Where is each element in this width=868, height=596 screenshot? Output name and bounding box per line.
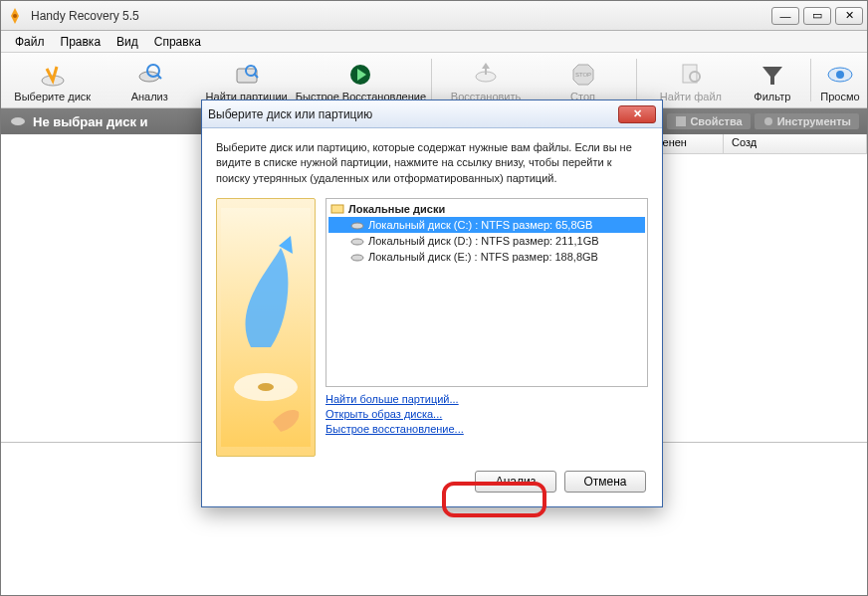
select-disk-dialog: Выберите диск или партицию ✕ Выберите ди… bbox=[201, 99, 663, 507]
svg-point-0 bbox=[13, 14, 17, 18]
disk-status-icon bbox=[9, 112, 27, 130]
toolbar-analyze[interactable]: Анализ bbox=[102, 55, 196, 105]
toolbar-label: Анализ bbox=[131, 91, 168, 102]
svg-point-18 bbox=[836, 71, 844, 79]
menu-help[interactable]: Справка bbox=[146, 33, 209, 51]
restore-icon bbox=[470, 59, 502, 91]
toolbar-find-partitions[interactable]: Найти партиции bbox=[199, 55, 294, 105]
dialog-titlebar: Выберите диск или партицию ✕ bbox=[202, 100, 662, 128]
stop-icon: STOP bbox=[567, 59, 599, 91]
menu-file[interactable]: Файл bbox=[7, 33, 53, 51]
menu-edit[interactable]: Правка bbox=[53, 33, 109, 51]
preview-icon bbox=[824, 59, 856, 91]
link-open-disk-image[interactable]: Открыть образ диска... bbox=[326, 408, 648, 420]
tree-item-label: Локальный диск (D:) : NTFS размер: 211,1… bbox=[368, 235, 599, 247]
dialog-title: Выберите диск или партицию bbox=[208, 107, 618, 121]
hand-disk-icon bbox=[37, 59, 69, 91]
tree-item-c[interactable]: Локальный диск (C:) : NTFS размер: 65,8G… bbox=[328, 217, 645, 233]
menubar: Файл Правка Вид Справка bbox=[1, 31, 867, 53]
toolbar-label: Выберите диск bbox=[14, 91, 91, 102]
disk-tree[interactable]: Локальные диски Локальный диск (C:) : NT… bbox=[326, 198, 648, 387]
find-file-icon bbox=[675, 59, 707, 91]
toolbar-label: Найти файл bbox=[660, 91, 722, 102]
dialog-buttons: Анализ Отмена bbox=[216, 471, 648, 495]
tree-root-label: Локальные диски bbox=[348, 203, 445, 215]
svg-point-24 bbox=[258, 383, 274, 391]
app-title: Handy Recovery 5.5 bbox=[31, 9, 771, 23]
toolbar-divider bbox=[431, 59, 432, 101]
find-partitions-icon bbox=[231, 59, 263, 91]
tree-root[interactable]: Локальные диски bbox=[328, 201, 645, 217]
wizard-image bbox=[216, 198, 316, 457]
svg-rect-20 bbox=[676, 116, 686, 126]
tree-item-label: Локальный диск (E:) : NTFS размер: 188,8… bbox=[368, 251, 598, 263]
maximize-button[interactable]: ▭ bbox=[803, 7, 831, 25]
toolbar-fast-restore[interactable]: Быстрое Восстановление bbox=[296, 55, 425, 105]
cancel-button[interactable]: Отмена bbox=[564, 471, 646, 493]
fast-restore-icon bbox=[344, 59, 376, 91]
svg-point-28 bbox=[351, 239, 363, 245]
link-fast-restore[interactable]: Быстрое восстановление... bbox=[326, 423, 648, 435]
svg-point-29 bbox=[351, 255, 363, 261]
col-created[interactable]: Созд bbox=[724, 134, 867, 153]
close-button[interactable]: ✕ bbox=[835, 7, 863, 25]
properties-button[interactable]: Свойства bbox=[667, 113, 750, 129]
tree-item-label: Локальный диск (C:) : NTFS размер: 65,8G… bbox=[368, 219, 592, 231]
svg-text:STOP: STOP bbox=[574, 72, 590, 78]
dialog-links: Найти больше партиций... Открыть образ д… bbox=[326, 393, 648, 435]
analyze-icon bbox=[133, 59, 165, 91]
app-icon bbox=[5, 6, 25, 26]
analyze-button[interactable]: Анализ bbox=[475, 471, 556, 493]
toolbar-label: Просмо bbox=[820, 91, 859, 102]
svg-rect-26 bbox=[331, 205, 343, 213]
toolbar-stop: STOP Стоп bbox=[536, 55, 630, 105]
toolbar-find-file: Найти файл bbox=[643, 55, 738, 105]
menu-view[interactable]: Вид bbox=[108, 33, 146, 51]
dialog-close-button[interactable]: ✕ bbox=[618, 105, 656, 123]
svg-marker-11 bbox=[482, 63, 490, 69]
dialog-instruction: Выберите диск или партицию, которые соде… bbox=[216, 140, 648, 186]
svg-marker-16 bbox=[762, 67, 782, 85]
filter-icon bbox=[757, 59, 788, 91]
svg-point-19 bbox=[11, 117, 25, 125]
status-text: Не выбран диск и bbox=[33, 114, 148, 129]
toolbar-restore: Восстановить bbox=[438, 55, 533, 105]
titlebar: Handy Recovery 5.5 — ▭ ✕ bbox=[1, 1, 867, 31]
toolbar-divider bbox=[810, 59, 811, 101]
tree-item-d[interactable]: Локальный диск (D:) : NTFS размер: 211,1… bbox=[328, 233, 645, 249]
toolbar-divider bbox=[636, 59, 637, 101]
toolbar-select-disk[interactable]: Выберите диск bbox=[5, 55, 100, 105]
toolbar-filter[interactable]: Фильтр bbox=[741, 55, 804, 105]
toolbar-preview[interactable]: Просмо bbox=[817, 55, 863, 105]
tools-button[interactable]: Инструменты bbox=[755, 113, 859, 129]
svg-point-27 bbox=[351, 223, 363, 229]
svg-point-21 bbox=[764, 117, 772, 125]
tree-item-e[interactable]: Локальный диск (E:) : NTFS размер: 188,8… bbox=[328, 249, 645, 265]
minimize-button[interactable]: — bbox=[771, 7, 799, 25]
link-find-more-partitions[interactable]: Найти больше партиций... bbox=[326, 393, 648, 405]
toolbar-label: Фильтр bbox=[754, 91, 790, 102]
